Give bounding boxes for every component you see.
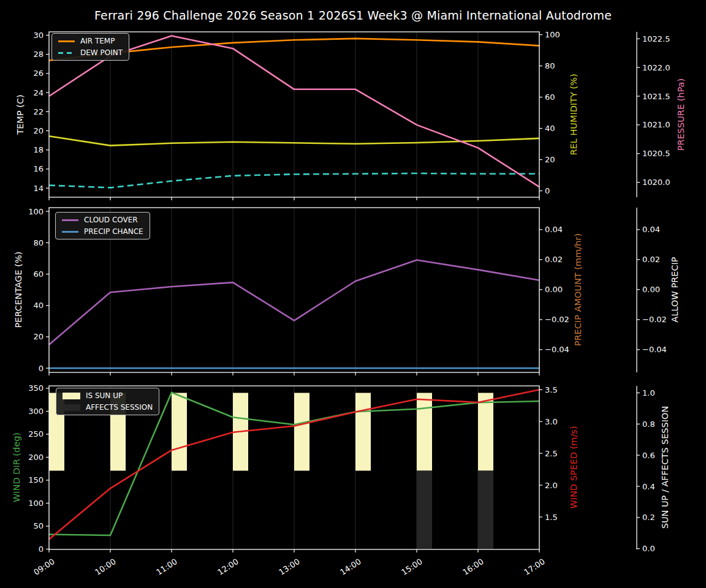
y-tick-label: 1020.5 <box>642 149 670 158</box>
y-tick-label: 0.00 <box>545 285 563 294</box>
y-tick-label: 1.0 <box>642 388 655 398</box>
x-tick-label: 10:00 <box>93 557 118 577</box>
legend-label: PRECIP CHANCE <box>84 227 143 236</box>
y-tick-label: 22 <box>33 107 44 116</box>
legend-item: IS SUN UP <box>63 391 153 400</box>
y-tick-label: 20 <box>545 155 555 164</box>
pressure-axis-label: PRESSURE (hPa) <box>676 78 686 151</box>
allow-precip-axis-label: ALLOW PRECIP <box>670 257 680 322</box>
y-tick-label: 0 <box>39 545 44 554</box>
y-tick-label: 1021.5 <box>642 92 670 101</box>
y-tick-label: 20 <box>33 126 44 135</box>
legend-label: DEW POINT <box>80 48 123 57</box>
temp-axis-label: TEMP (C) <box>15 94 25 134</box>
sun-affects-axis-label: SUN UP / AFFECTS SESSION <box>660 406 670 529</box>
y-tick-label: −0.04 <box>545 345 569 354</box>
y-tick-label: 40 <box>33 301 44 310</box>
y-tick-label: 18 <box>33 145 44 154</box>
y-tick-label: 0.0 <box>642 544 655 553</box>
legend-item: PRECIP CHANCE <box>62 227 143 236</box>
rel-humidity-axis-label: REL HUMIDITY (%) <box>569 74 579 155</box>
affects-session-bar <box>478 471 493 549</box>
y-tick-label: 0.6 <box>642 451 655 460</box>
is-sun-up-bar <box>417 393 432 470</box>
y-tick-label: −0.04 <box>642 345 667 354</box>
charts-canvas: 3028262422201816141008060402001022.51022… <box>0 0 706 588</box>
y-tick-label: 100 <box>28 207 44 216</box>
y-tick-label: 200 <box>28 453 44 462</box>
x-tick-label: 14:00 <box>338 557 363 577</box>
wind-dir-axis-label: WIND DIR (deg) <box>12 432 21 502</box>
precip-amount-axis-label: PRECIP AMOUNT (mm/hr) <box>573 233 583 346</box>
y-tick-label: 350 <box>28 383 44 393</box>
legend-item: AIR TEMP <box>58 37 123 45</box>
x-tick-label: 11:00 <box>154 557 179 577</box>
y-tick-label: 0.8 <box>642 420 655 429</box>
y-tick-label: −0.02 <box>642 315 667 324</box>
x-tick-label: 15:00 <box>400 557 424 577</box>
is-sun-up-bar <box>294 393 309 470</box>
y-tick-label: 40 <box>545 124 555 133</box>
y-tick-label: 1022.5 <box>642 34 670 43</box>
y-tick-label: 1.5 <box>545 513 558 522</box>
precip-chance-line-swatch <box>62 231 78 233</box>
is-sun-up-bar <box>355 393 371 470</box>
y-tick-label: 3.0 <box>545 417 558 426</box>
y-tick-label: 80 <box>33 238 44 247</box>
y-tick-label: 250 <box>28 429 44 439</box>
y-tick-label: 28 <box>33 50 44 59</box>
legend-label: IS SUN UP <box>86 391 123 400</box>
affects-session-patch-swatch <box>63 404 80 411</box>
y-tick-label: 150 <box>28 475 44 484</box>
x-tick-label: 12:00 <box>216 557 240 577</box>
is-sun-up-patch-swatch <box>63 393 80 399</box>
air-temp-line-swatch <box>58 40 75 42</box>
y-tick-label: 0.02 <box>642 255 660 264</box>
y-tick-label: −0.02 <box>545 315 569 324</box>
legend-item: AFFECTS SESSION <box>63 403 153 412</box>
y-tick-label: 30 <box>33 31 44 40</box>
y-tick-label: 20 <box>33 332 44 341</box>
y-tick-label: 16 <box>33 164 44 173</box>
wind-speed-axis-label: WIND SPEED (m/s) <box>569 426 579 508</box>
affects-session-bar <box>417 471 432 549</box>
y-tick-label: 0.02 <box>545 255 563 264</box>
y-tick-label: 60 <box>545 92 555 102</box>
x-tick-label: 16:00 <box>461 557 485 577</box>
legend-item: DEW POINT <box>58 48 123 57</box>
percentage-axis-label: PERCENTAGE (%) <box>13 252 23 328</box>
figure: { "title": "Ferrari 296 Challenge 2026 S… <box>0 0 706 588</box>
is-sun-up-bar <box>172 393 187 470</box>
y-tick-label: 1020.0 <box>642 178 670 187</box>
legend-label: AIR TEMP <box>80 37 115 45</box>
temp-chart-legend: AIR TEMP DEW POINT <box>51 33 129 61</box>
y-tick-label: 100 <box>545 30 560 39</box>
legend-label: AFFECTS SESSION <box>86 403 153 412</box>
y-tick-label: 50 <box>33 521 44 530</box>
is-sun-up-bar <box>478 393 493 470</box>
y-tick-label: 0.04 <box>642 225 660 234</box>
y-tick-label: 2.0 <box>545 481 558 490</box>
y-tick-label: 26 <box>33 69 44 78</box>
x-tick-label: 09:00 <box>32 557 56 577</box>
cloud-chart-legend: CLOUD COVER PRECIP CHANCE <box>55 212 150 239</box>
cloud-cover-line-swatch <box>62 219 78 221</box>
y-tick-label: 100 <box>28 499 44 508</box>
y-tick-label: 300 <box>28 407 44 416</box>
y-tick-label: 80 <box>545 61 555 70</box>
y-tick-label: 0.4 <box>642 482 655 491</box>
y-tick-label: 60 <box>33 270 44 279</box>
y-tick-label: 0.00 <box>642 285 660 294</box>
y-tick-label: 2.5 <box>545 449 558 458</box>
y-tick-label: 1021.0 <box>642 120 670 129</box>
y-tick-label: 0.2 <box>642 513 655 522</box>
y-tick-label: 0 <box>545 186 550 195</box>
x-tick-label: 13:00 <box>277 557 302 577</box>
dew-point-line-swatch <box>58 52 75 54</box>
y-tick-label: 0 <box>39 364 44 373</box>
y-tick-label: 3.5 <box>545 385 558 394</box>
wind-chart-legend: IS SUN UP AFFECTS SESSION <box>56 388 159 415</box>
y-tick-label: 1022.0 <box>642 63 670 72</box>
y-tick-label: 24 <box>33 88 44 97</box>
legend-item: CLOUD COVER <box>62 216 143 224</box>
